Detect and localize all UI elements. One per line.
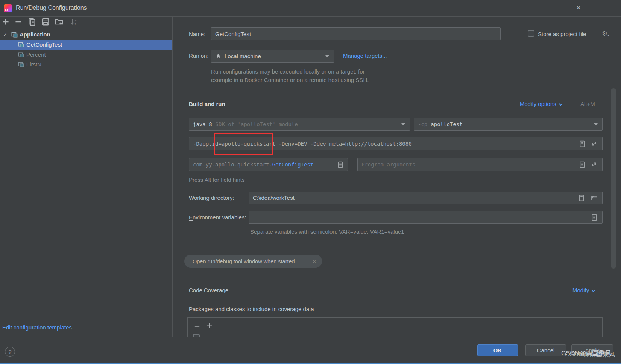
- run-on-description-line2: example in a Docker Container or on a re…: [211, 77, 369, 83]
- panel-divider: [172, 17, 173, 337]
- coverage-modify-link[interactable]: Modify: [572, 287, 595, 294]
- svg-text:a: a: [74, 18, 76, 22]
- main-class-field[interactable]: com.yy.apollo.quickstart.GetConfigTest: [189, 158, 348, 171]
- run-on-description-line1: Run configurations may be executed local…: [211, 68, 365, 75]
- section-divider: [189, 94, 603, 94]
- help-button[interactable]: ?: [5, 347, 15, 357]
- environment-variables-hint: Separate variables with semicolon: VAR=v…: [250, 228, 404, 235]
- open-tool-window-tag[interactable]: Open run/debug tool window when started …: [184, 255, 322, 268]
- modify-options-shortcut: Alt+M: [580, 101, 595, 107]
- intellij-idea-logo-icon: IJ: [4, 4, 12, 12]
- application-type-icon: [11, 32, 18, 39]
- coverage-add-icon[interactable]: [206, 322, 213, 331]
- jre-description: SDK of 'apolloTest' module: [216, 121, 298, 127]
- run-configuration-icon: [18, 42, 24, 49]
- sort-configurations-icon[interactable]: az: [70, 18, 78, 26]
- vertical-scrollbar-thumb[interactable]: [611, 88, 616, 269]
- tree-item-label: Percent: [26, 51, 46, 58]
- chevron-down-icon: [592, 288, 595, 292]
- code-coverage-title: Code Coverage: [189, 287, 228, 293]
- coverage-packages-panel: [187, 317, 603, 337]
- cp-value: apolloTest: [431, 121, 462, 127]
- svg-text:z: z: [74, 22, 76, 26]
- save-configuration-icon[interactable]: [41, 18, 50, 26]
- vm-options-field[interactable]: -Dapp.id=apollo-quickstart -Denv=DEV -Dd…: [189, 137, 603, 150]
- apply-button[interactable]: Apply: [571, 344, 613, 356]
- manage-targets-link[interactable]: Manage targets...: [343, 53, 387, 59]
- run-debug-configurations-dialog: IJ Run/Debug Configurations × az ✓ Appli…: [0, 0, 621, 364]
- group-checkmark-icon[interactable]: ✓: [3, 32, 8, 38]
- toolbar-divider: [0, 29, 172, 29]
- ok-button[interactable]: OK: [477, 344, 518, 356]
- tag-label: Open run/debug tool window when started: [193, 258, 295, 264]
- chevron-down-icon: [559, 102, 562, 106]
- run-configuration-icon: [18, 62, 24, 69]
- vm-options-text: -Denv=DEV -Ddev_meta=http://localhost:80…: [275, 141, 411, 147]
- titlebar-divider: [0, 16, 621, 17]
- browse-folder-icon[interactable]: [591, 195, 598, 201]
- left-footer-divider: [0, 317, 172, 317]
- tree-item-firstn[interactable]: FirstN: [0, 60, 172, 70]
- tree-item-getconfigtest[interactable]: GetConfigTest: [0, 40, 172, 50]
- expand-editor-icon[interactable]: [591, 140, 598, 147]
- chevron-down-icon: [594, 123, 598, 125]
- main-class-package: com.yy.apollo.quickstart.: [193, 162, 272, 168]
- expand-field-list-icon[interactable]: [578, 195, 585, 201]
- run-on-value: Local machine: [225, 53, 261, 59]
- new-folder-icon[interactable]: [55, 18, 63, 26]
- tree-item-label: GetConfigTest: [26, 41, 62, 48]
- code-coverage-rule: [229, 290, 568, 290]
- environment-variables-label: Environment variables:: [189, 214, 246, 221]
- footer-divider: [0, 337, 621, 337]
- tree-item-label: FirstN: [26, 61, 41, 68]
- jre-value: java 8: [193, 121, 212, 127]
- run-on-combo[interactable]: Local machine: [211, 50, 334, 63]
- expand-editor-icon[interactable]: [591, 161, 598, 168]
- coverage-packages-rule: [323, 309, 603, 309]
- local-machine-home-icon: [215, 53, 221, 59]
- expand-field-list-icon[interactable]: [591, 214, 598, 221]
- name-label: Name:: [189, 31, 205, 37]
- coverage-packages-label: Packages and classes to include in cover…: [189, 306, 314, 312]
- add-configuration-icon[interactable]: [2, 18, 10, 26]
- jre-combo[interactable]: java 8 SDK of 'apolloTest' module: [189, 118, 410, 131]
- window-title: Run/Debug Configurations: [16, 5, 87, 11]
- run-configuration-icon: [18, 52, 24, 59]
- remove-configuration-icon[interactable]: [14, 18, 23, 26]
- vm-options-highlighted-text: =apollo-quickstart: [218, 141, 275, 147]
- copy-configuration-icon[interactable]: [28, 18, 36, 26]
- press-alt-hint: Press Alt for field hints: [189, 177, 244, 183]
- tree-item-percent[interactable]: Percent: [0, 50, 172, 60]
- main-class-name: GetConfigTest: [272, 162, 314, 168]
- program-arguments-field[interactable]: [357, 158, 603, 171]
- store-options-gear-icon[interactable]: ⚙▾: [602, 30, 609, 38]
- chevron-down-icon: [325, 55, 329, 57]
- cp-flag: -cp: [418, 121, 427, 127]
- working-directory-label: Working directory:: [189, 195, 234, 201]
- store-as-project-file-label: Store as project file: [538, 31, 586, 37]
- environment-variables-field[interactable]: [249, 211, 603, 224]
- coverage-item-checkbox[interactable]: [193, 334, 200, 337]
- remove-tag-icon[interactable]: ×: [313, 258, 316, 264]
- classpath-combo[interactable]: -cp apolloTest: [414, 118, 603, 131]
- expand-field-list-icon[interactable]: [579, 161, 586, 168]
- expand-field-list-icon[interactable]: [337, 161, 344, 168]
- working-directory-field[interactable]: [249, 192, 603, 204]
- modify-options-link[interactable]: Modify options: [520, 101, 562, 107]
- cancel-button[interactable]: Cancel: [525, 344, 566, 356]
- expand-field-list-icon[interactable]: [579, 140, 586, 147]
- store-as-project-file-checkbox[interactable]: [528, 30, 534, 37]
- name-field[interactable]: [211, 27, 501, 40]
- vm-options-text: -Dapp.id: [193, 141, 218, 147]
- edit-configuration-templates-link[interactable]: Edit configuration templates...: [2, 324, 77, 331]
- run-on-label: Run on:: [189, 53, 209, 59]
- close-icon[interactable]: ×: [573, 3, 584, 13]
- coverage-remove-icon[interactable]: [194, 323, 200, 331]
- build-and-run-title: Build and run: [189, 101, 225, 107]
- tree-group-application[interactable]: Application: [20, 31, 50, 38]
- chevron-down-icon: [401, 123, 405, 125]
